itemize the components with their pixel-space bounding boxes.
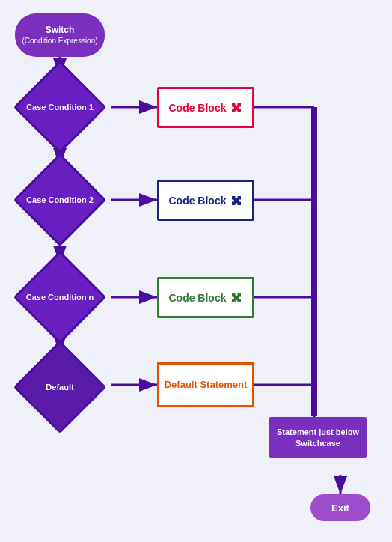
switch-node: Switch (Condition Expression) <box>15 13 105 57</box>
code-block-2: Code Block <box>157 180 254 221</box>
caseN-diamond: Case Condition n <box>11 264 108 331</box>
code-block-1: Code Block <box>157 87 254 128</box>
exit-node: Exit <box>310 494 370 521</box>
statement-below-label: Statement just below Switchcase <box>269 427 367 448</box>
caseN-label: Case Condition n <box>26 292 94 302</box>
case2-diamond: Case Condition 2 <box>11 166 108 234</box>
switch-label: Switch <box>22 25 97 37</box>
default-label: Default <box>46 382 73 392</box>
code-block-3: Code Block <box>157 277 254 318</box>
code-block-1-label: Code Block <box>168 102 226 114</box>
default-statement: Default Statement <box>157 362 254 407</box>
flowchart: Switch (Condition Expression) Case Condi… <box>0 0 392 542</box>
code-block-2-label: Code Block <box>168 195 226 207</box>
case1-diamond: Case Condition 1 <box>11 73 108 141</box>
case2-label: Case Condition 2 <box>26 195 94 205</box>
case1-label: Case Condition 1 <box>26 102 94 112</box>
code-block-3-label: Code Block <box>168 292 226 304</box>
exit-label: Exit <box>331 502 349 514</box>
statement-below: Statement just below Switchcase <box>269 417 367 458</box>
default-diamond: Default <box>11 353 108 421</box>
default-statement-label: Default Statement <box>165 379 248 392</box>
switch-sublabel: (Condition Expression) <box>22 36 97 46</box>
